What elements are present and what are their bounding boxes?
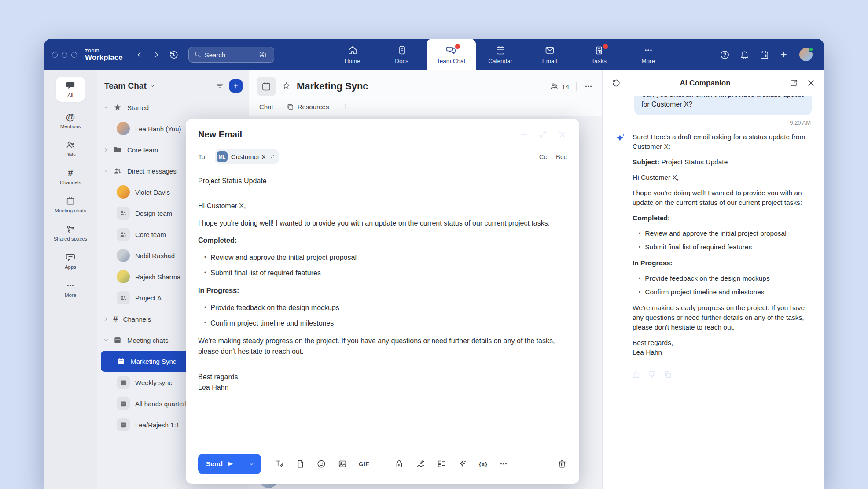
body-completed-label: Completed: — [198, 235, 567, 246]
caret-right-icon — [103, 147, 109, 152]
ai-history-icon[interactable] — [611, 78, 621, 88]
channel-more-icon[interactable] — [584, 82, 593, 91]
chat-group-starred[interactable]: Starred — [97, 97, 249, 118]
minimize-window-control[interactable] — [62, 52, 67, 58]
tab-team-chat[interactable]: Team Chat — [427, 39, 476, 70]
close-ai-panel-icon[interactable] — [807, 79, 815, 87]
back-icon[interactable] — [135, 50, 144, 59]
rail-more-icon — [66, 281, 75, 290]
image-icon[interactable] — [338, 459, 347, 469]
tab-tasks[interactable]: Tasks — [574, 39, 624, 70]
send-plane-icon — [227, 460, 234, 467]
tab-home[interactable]: Home — [328, 39, 377, 70]
hash-icon: # — [68, 168, 73, 178]
rail-item-meeting-chats[interactable]: Meeting chats — [49, 196, 92, 214]
people-icon — [66, 140, 75, 150]
encrypt-icon[interactable] — [394, 459, 404, 469]
emoji-icon[interactable] — [316, 459, 326, 469]
recipient-field[interactable]: To ML Customer X Cc Bcc — [186, 148, 579, 170]
gif-icon[interactable]: GIF — [359, 461, 369, 467]
subject-field[interactable]: Project Status Update — [186, 170, 579, 192]
notifications-bell-icon[interactable] — [739, 50, 750, 60]
attach-file-icon[interactable] — [295, 459, 305, 469]
filter-icon[interactable] — [215, 82, 224, 90]
tab-docs[interactable]: Docs — [377, 39, 427, 70]
new-chat-button[interactable] — [229, 79, 243, 93]
zoom-workplace-logo: zoom Workplace — [85, 48, 123, 61]
members-icon — [550, 82, 559, 91]
minimize-icon[interactable] — [519, 130, 528, 139]
bcc-button[interactable]: Bcc — [556, 153, 567, 160]
open-in-new-icon[interactable] — [790, 79, 798, 87]
remove-recipient-icon[interactable] — [269, 154, 275, 159]
rail-item-more[interactable]: More — [49, 281, 92, 299]
ai-companion-icon[interactable] — [779, 49, 790, 60]
rail-item-apps[interactable]: Apps — [49, 252, 92, 270]
group-tile-icon — [117, 207, 130, 220]
help-icon[interactable] — [720, 50, 730, 60]
copy-icon[interactable] — [663, 370, 672, 379]
team-chat-dropdown[interactable]: Team Chat — [104, 81, 155, 91]
member-count[interactable]: 14 — [550, 82, 569, 91]
chevron-down-icon — [248, 461, 255, 467]
signature-icon[interactable] — [416, 459, 425, 469]
delete-draft-icon[interactable] — [557, 459, 567, 469]
resources-icon — [287, 103, 294, 111]
rail-item-all[interactable]: All — [56, 77, 85, 102]
channel-title: Marketing Sync — [297, 81, 368, 92]
ai-response-message: Sure! Here's a draft email asking for a … — [615, 132, 812, 363]
expand-icon[interactable] — [539, 130, 547, 139]
apps-icon — [66, 252, 75, 262]
tab-more[interactable]: More — [624, 39, 673, 70]
thumbs-up-icon[interactable] — [632, 370, 640, 379]
avatar — [117, 185, 130, 199]
tab-resources[interactable]: Resources — [287, 103, 329, 111]
presence-dot — [809, 47, 813, 52]
rail-item-mentions[interactable]: @ Mentions — [49, 112, 92, 130]
tab-email[interactable]: Email — [525, 39, 574, 70]
avatar — [117, 270, 130, 283]
variables-icon[interactable]: {x} — [479, 461, 488, 467]
search-placeholder: Search — [205, 51, 226, 59]
meeting-calendar-icon — [66, 196, 75, 206]
shared-spaces-icon — [66, 224, 75, 234]
ai-greeting: Hi Customer X, — [633, 173, 812, 182]
email-icon — [544, 45, 555, 56]
plus-icon — [342, 103, 349, 111]
app-window: zoom Workplace Search ⌘F Home Docs — [44, 39, 824, 489]
ai-closing: We're making steady progress on the proj… — [633, 303, 812, 332]
search-input[interactable]: Search ⌘F — [188, 47, 274, 63]
thumbs-down-icon[interactable] — [647, 370, 656, 379]
send-button[interactable]: Send — [198, 454, 242, 474]
email-body-editor[interactable]: Hi Customer X, I hope you're doing well!… — [186, 192, 579, 447]
search-shortcut: ⌘F — [259, 51, 268, 58]
favorite-star-icon[interactable] — [282, 82, 291, 92]
recipient-avatar: ML — [217, 151, 228, 162]
rail-item-channels[interactable]: # Channels — [49, 168, 92, 186]
send-options-button[interactable] — [242, 454, 261, 474]
toolbar-more-icon[interactable] — [499, 459, 508, 469]
maximize-window-control[interactable] — [71, 52, 77, 58]
close-icon[interactable] — [558, 130, 567, 139]
ai-compose-icon[interactable] — [458, 459, 467, 469]
template-icon[interactable] — [437, 459, 446, 469]
add-tab-button[interactable] — [342, 103, 349, 111]
tab-chat[interactable]: Chat — [259, 103, 273, 111]
cc-button[interactable]: Cc — [539, 153, 547, 160]
caret-right-icon — [103, 316, 109, 322]
recipient-chip[interactable]: ML Customer X — [215, 149, 279, 164]
history-icon[interactable] — [169, 50, 179, 60]
forward-icon[interactable] — [152, 50, 161, 59]
at-icon: @ — [66, 112, 75, 122]
rail-item-shared-spaces[interactable]: Shared spaces — [49, 224, 92, 242]
window-controls[interactable] — [52, 52, 77, 58]
chevron-down-icon — [149, 83, 155, 89]
message-timestamp: 9:20 AM — [616, 119, 811, 126]
user-avatar[interactable] — [799, 48, 813, 61]
format-text-icon[interactable] — [274, 459, 284, 469]
tab-calendar[interactable]: Calendar — [476, 39, 525, 70]
rail-item-dms[interactable]: DMs — [49, 140, 92, 158]
close-window-control[interactable] — [52, 52, 58, 58]
calendar-date-icon[interactable] — [759, 50, 769, 60]
calendar-tile-icon — [117, 397, 130, 410]
